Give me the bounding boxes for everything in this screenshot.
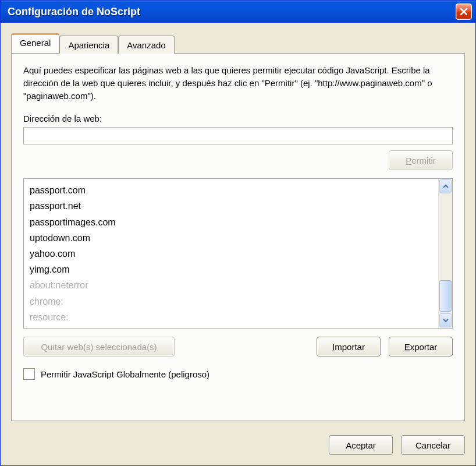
remove-selected-button[interactable]: Quitar web(s) seleccionada(s) <box>23 337 175 356</box>
import-button-rest: mportar <box>335 342 365 352</box>
address-label: Dirección de la web: <box>23 114 453 123</box>
sites-listbox: passport.com passport.net passportimages… <box>23 178 453 329</box>
list-item[interactable]: passport.com <box>30 182 432 198</box>
import-button[interactable]: Importar <box>317 337 381 356</box>
list-item[interactable]: yimg.com <box>30 262 432 277</box>
scroll-down-button[interactable] <box>439 313 452 327</box>
permit-button-rest: ermitir <box>411 156 436 165</box>
address-input[interactable] <box>23 127 453 144</box>
scroll-thumb[interactable] <box>439 280 452 312</box>
global-allow-label: Permitir JavaScript Globalmente (peligro… <box>41 369 209 379</box>
content-area: General Apariencia Avanzado Aquí puedes … <box>1 23 475 428</box>
cancel-button[interactable]: Cancelar <box>401 435 465 455</box>
tab-apariencia[interactable]: Apariencia <box>59 36 118 54</box>
description-text: Aquí puedes especificar las páginas web … <box>23 64 453 102</box>
global-allow-checkbox[interactable] <box>23 368 35 380</box>
list-item[interactable]: resource: <box>30 309 432 325</box>
scrollbar[interactable] <box>438 179 452 328</box>
accept-button[interactable]: Aceptar <box>329 435 393 455</box>
close-button[interactable] <box>456 3 472 20</box>
window-title: Configuración de NoScript <box>8 6 140 18</box>
sites-list[interactable]: passport.com passport.net passportimages… <box>24 179 438 328</box>
tab-general[interactable]: General <box>11 33 59 53</box>
list-item[interactable]: yahoo.com <box>30 246 432 262</box>
dialog-footer: Aceptar Cancelar <box>1 428 475 465</box>
titlebar[interactable]: Configuración de NoScript <box>1 1 475 23</box>
list-item[interactable]: uptodown.com <box>30 230 432 246</box>
dialog-window: Configuración de NoScript General Aparie… <box>0 0 476 466</box>
close-icon <box>459 7 468 16</box>
export-button-rest: xportar <box>410 342 438 352</box>
chevron-up-icon <box>443 183 449 189</box>
list-item[interactable]: chrome: <box>30 294 432 309</box>
list-item[interactable]: passport.net <box>30 198 432 214</box>
tab-panel-general: Aquí puedes especificar las páginas web … <box>11 53 465 421</box>
permit-button[interactable]: Permitir <box>389 150 453 170</box>
scroll-track[interactable] <box>439 194 452 313</box>
tab-avanzado[interactable]: Avanzado <box>118 36 174 54</box>
list-item[interactable]: about:neterror <box>30 277 432 293</box>
scroll-up-button[interactable] <box>439 179 452 193</box>
export-button[interactable]: Exportar <box>389 337 453 356</box>
chevron-down-icon <box>443 317 449 323</box>
list-item[interactable]: passportimages.com <box>30 214 432 230</box>
tab-strip: General Apariencia Avanzado <box>11 33 465 53</box>
